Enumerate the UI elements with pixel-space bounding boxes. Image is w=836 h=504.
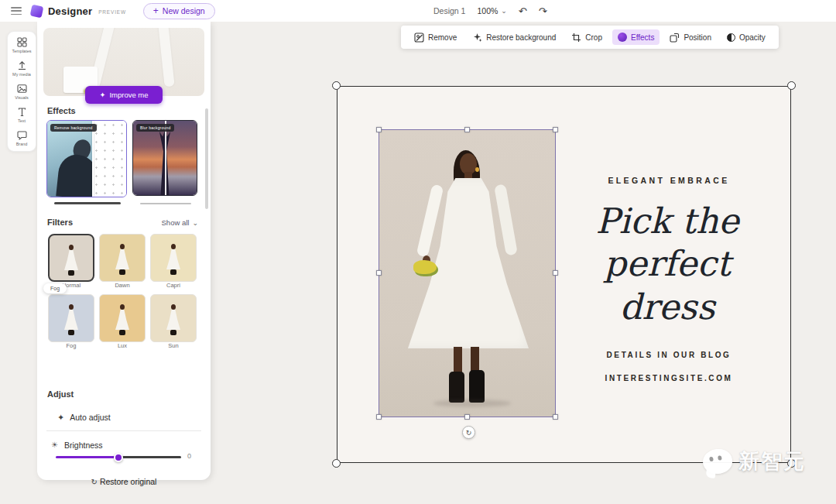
- sidebar-item-visuals[interactable]: Visuals: [8, 84, 36, 100]
- selection-handle[interactable]: [332, 81, 341, 90]
- restore-background-icon: [472, 33, 482, 43]
- effect-blur-background-thumbnail[interactable]: Blur background: [132, 120, 197, 196]
- resize-handle[interactable]: [464, 127, 470, 132]
- design-title: Design 1: [433, 6, 465, 15]
- filter-thumbnail[interactable]: [99, 234, 146, 282]
- restore-background-button[interactable]: Restore background: [467, 29, 561, 46]
- design-details-text[interactable]: DETAILS IN OUR BLOG: [564, 351, 774, 359]
- headline-line2: perfect dress: [551, 242, 783, 328]
- opacity-button[interactable]: Opacity: [721, 30, 771, 45]
- zoom-level: 100%: [477, 6, 498, 15]
- effect-slider-track[interactable]: [54, 202, 121, 204]
- image-toolbar: Remove Restore background Crop Effects P…: [401, 26, 779, 49]
- zoom-dropdown[interactable]: 100% ⌄: [477, 6, 506, 15]
- filter-thumbnail[interactable]: [150, 234, 197, 282]
- restore-original-button[interactable]: ↻ Restore original: [37, 477, 211, 486]
- show-all-filters-link[interactable]: Show all ⌄: [162, 218, 198, 227]
- dress-detail: [157, 28, 174, 87]
- restore-original-label: Restore original: [100, 477, 157, 486]
- divider: [46, 430, 201, 431]
- filter-tooltip: Fog: [43, 283, 67, 293]
- filter-label: Sun: [150, 342, 197, 352]
- improve-me-button[interactable]: ✦ Improve me: [85, 86, 163, 104]
- brightness-slider-thumb[interactable]: [114, 453, 123, 462]
- new-design-button[interactable]: + New design: [143, 3, 215, 19]
- filter-thumbnail[interactable]: [150, 294, 197, 342]
- panel-scrollbar[interactable]: [205, 108, 208, 209]
- design-headline-text[interactable]: Pick the perfect dress: [551, 200, 783, 328]
- sidebar-item-templates[interactable]: Templates: [8, 37, 36, 53]
- effects-label: Effects: [631, 33, 654, 42]
- model-figure: [494, 183, 518, 255]
- rail-label: Templates: [12, 49, 31, 53]
- preview-badge: Preview: [98, 9, 126, 15]
- selection-handle[interactable]: [332, 459, 341, 468]
- filter-label: Capri: [150, 282, 197, 292]
- crop-label: Crop: [585, 33, 602, 42]
- remove-button[interactable]: Remove: [409, 29, 462, 46]
- upload-icon: [17, 60, 27, 70]
- app-title: Designer: [48, 5, 92, 17]
- selection-handle[interactable]: [787, 81, 796, 90]
- reset-icon: ↻: [91, 478, 98, 486]
- filter-thumbnail[interactable]: [48, 234, 94, 282]
- filter-thumbnail[interactable]: [99, 294, 146, 342]
- adjust-section-title: Adjust: [47, 389, 74, 399]
- sidebar-item-text[interactable]: Text: [8, 107, 36, 123]
- design-eyebrow-text[interactable]: ELEGANT EMBRACE: [564, 176, 774, 185]
- effect-slider-track[interactable]: [140, 203, 191, 204]
- opacity-icon: [727, 33, 735, 42]
- new-design-label: New design: [163, 6, 205, 15]
- brightness-slider[interactable]: [56, 456, 181, 458]
- crop-icon: [571, 33, 581, 43]
- auto-adjust-label: Auto adjust: [70, 413, 111, 422]
- rotate-handle[interactable]: ↻: [462, 426, 475, 439]
- resize-handle[interactable]: [376, 414, 382, 420]
- rail-label: Visuals: [15, 95, 29, 100]
- filter-thumbnail[interactable]: [48, 294, 94, 342]
- resize-handle[interactable]: [376, 270, 382, 276]
- effects-button[interactable]: Effects: [612, 29, 660, 45]
- effect-remove-background-thumbnail[interactable]: Remove background: [46, 120, 127, 197]
- menu-icon[interactable]: [11, 7, 22, 15]
- restore-background-label: Restore background: [486, 33, 556, 42]
- effects-icon: [618, 33, 627, 42]
- before-after-divider[interactable]: [92, 121, 94, 197]
- show-all-label: Show all: [162, 218, 190, 227]
- filters-section-title: Filters: [47, 218, 73, 227]
- rail-label: Text: [18, 118, 26, 123]
- resize-handle[interactable]: [376, 127, 382, 132]
- plus-icon: +: [153, 6, 159, 15]
- resize-handle[interactable]: [553, 414, 558, 420]
- effect-badge: Blur background: [136, 124, 174, 132]
- effect-photo: [47, 121, 92, 197]
- rail-label: Brand: [16, 142, 28, 146]
- image-icon: [17, 84, 27, 94]
- brightness-label: Brightness: [64, 441, 103, 450]
- transparency-pattern: [92, 121, 126, 197]
- filters-grid: Normal Dawn Capri Fog Lux Sun: [48, 234, 201, 352]
- before-after-divider[interactable]: [165, 121, 166, 195]
- filter-label: Lux: [99, 342, 146, 352]
- model-figure: [469, 370, 485, 403]
- headline-line1: Pick the: [551, 200, 783, 242]
- resize-handle[interactable]: [464, 414, 470, 420]
- redo-button[interactable]: ↷: [539, 6, 547, 16]
- filter-label: Fog: [48, 342, 94, 352]
- resize-handle[interactable]: [553, 127, 558, 132]
- model-figure: [460, 153, 477, 174]
- undo-button[interactable]: ↶: [519, 6, 527, 16]
- chevron-down-icon: ⌄: [192, 219, 198, 227]
- position-button[interactable]: Position: [664, 29, 717, 46]
- design-site-text[interactable]: INTERESTINGSITE.COM: [564, 374, 774, 382]
- sidebar-item-brand[interactable]: Brand: [8, 130, 36, 146]
- auto-adjust-button[interactable]: ✦ Auto adjust: [57, 413, 111, 422]
- sidebar-item-my-media[interactable]: My media: [8, 60, 36, 77]
- model-figure: [433, 399, 511, 407]
- chevron-down-icon: ⌄: [501, 7, 507, 15]
- dress-photo-element[interactable]: [379, 129, 556, 417]
- crop-button[interactable]: Crop: [566, 29, 608, 46]
- templates-icon: [17, 37, 27, 47]
- designer-app: Designer Preview + New design Design 1 1…: [0, 0, 836, 504]
- model-figure: [449, 372, 464, 403]
